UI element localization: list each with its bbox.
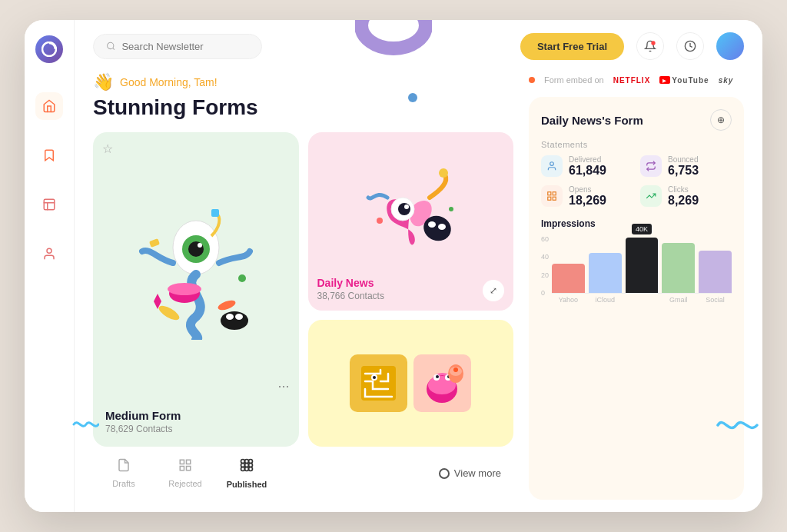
- partners-row: Form embed on NETFLIX ▶YouTube sky: [529, 72, 744, 88]
- card-daily-title: Daily News: [317, 277, 505, 289]
- x-label-gmail: Gmail: [662, 296, 695, 304]
- search-icon: [106, 41, 115, 52]
- delivered-label: Delivered: [569, 155, 606, 164]
- sidebar-item-home[interactable]: [35, 92, 63, 120]
- delivered-value: 61,849: [569, 164, 606, 178]
- netflix-logo: NETFLIX: [613, 76, 651, 85]
- svg-point-32: [377, 218, 383, 224]
- sky-logo: sky: [719, 76, 734, 85]
- svg-point-8: [651, 41, 655, 45]
- svg-point-13: [198, 243, 202, 248]
- opens-label: Opens: [569, 185, 606, 194]
- stats-grid: Delivered 61,849: [541, 155, 732, 208]
- stats-section-label: Statements: [541, 140, 732, 149]
- card-daily-news[interactable]: Daily News 38,766 Contacts ⤢: [308, 132, 514, 311]
- clicks-label: Clicks: [668, 185, 699, 194]
- food-art: [413, 354, 471, 412]
- expand-icon[interactable]: ⤢: [483, 280, 504, 301]
- sidebar: [25, 20, 75, 512]
- svg-rect-16: [149, 238, 160, 248]
- view-more-label: View more: [454, 467, 501, 479]
- svg-point-27: [404, 204, 409, 209]
- app-logo[interactable]: [35, 35, 63, 63]
- svg-rect-34: [361, 366, 396, 401]
- sidebar-item-forms[interactable]: [35, 191, 63, 218]
- stat-delivered: Delivered 61,849: [541, 155, 633, 178]
- card-medium-form[interactable]: ☆: [93, 132, 299, 447]
- sidebar-item-profile[interactable]: [35, 240, 63, 268]
- card-daily-contacts: 38,766 Contacts: [317, 291, 505, 301]
- user-avatar[interactable]: [716, 32, 744, 60]
- view-more-button[interactable]: View more: [439, 467, 501, 479]
- published-label: Published: [227, 480, 267, 489]
- sidebar-item-bookmark[interactable]: [35, 141, 63, 169]
- stat-bounced: Bounced 6,753: [640, 155, 732, 178]
- svg-point-58: [245, 467, 249, 471]
- card-small[interactable]: [308, 320, 514, 447]
- svg-rect-20: [211, 209, 219, 217]
- x-label-icloud: iCloud: [589, 296, 622, 304]
- view-more-dot-icon: [439, 468, 450, 479]
- tab-drafts[interactable]: Drafts: [93, 455, 154, 491]
- card-options-icon[interactable]: ···: [277, 378, 289, 394]
- svg-point-33: [449, 207, 453, 211]
- drafts-label: Drafts: [112, 479, 134, 488]
- delivered-icon: [541, 155, 563, 177]
- greeting-emoji: 👋: [93, 72, 114, 92]
- daily-news-illustration: [360, 167, 460, 251]
- greeting-text: Good Morning, Tam!: [120, 76, 218, 88]
- search-bar[interactable]: [93, 34, 262, 59]
- right-panel: Form embed on NETFLIX ▶YouTube sky Daily…: [529, 72, 744, 500]
- youtube-logo: ▶YouTube: [659, 76, 709, 85]
- cards-grid: ☆: [93, 132, 513, 447]
- svg-point-19: [217, 298, 237, 312]
- svg-point-30: [428, 221, 436, 228]
- maze-art: [350, 354, 407, 412]
- page-title: Stunning Forms: [93, 95, 513, 120]
- search-input[interactable]: [121, 41, 249, 52]
- svg-rect-61: [553, 192, 556, 195]
- clicks-value: 8,269: [668, 194, 699, 208]
- clock-icon[interactable]: [676, 32, 704, 60]
- x-label-yahoo: Yahoo: [552, 296, 585, 304]
- svg-rect-62: [548, 197, 551, 200]
- partner-label: Form embed on: [544, 75, 604, 85]
- svg-point-36: [373, 376, 376, 379]
- body-area: 👋 Good Morning, Tam! Stunning Forms ☆: [75, 72, 762, 512]
- svg-point-17: [238, 274, 246, 282]
- x-label-social: Social: [699, 296, 732, 304]
- svg-rect-49: [187, 467, 191, 470]
- stat-clicks: Clicks 8,269: [640, 185, 732, 208]
- left-panel: 👋 Good Morning, Tam! Stunning Forms ☆: [93, 72, 513, 500]
- card-large-title: Medium Form: [105, 409, 287, 422]
- chart-area: 60 40 20 0: [541, 235, 732, 304]
- opens-icon: [541, 185, 563, 207]
- stats-header: Daily News's Form ⊕: [541, 109, 732, 131]
- svg-point-57: [245, 460, 249, 464]
- clicks-icon: [640, 185, 662, 207]
- stats-options-icon[interactable]: ⊕: [710, 109, 732, 131]
- svg-rect-2: [44, 199, 55, 210]
- notification-icon[interactable]: [636, 32, 664, 60]
- svg-rect-46: [180, 460, 184, 464]
- drafts-icon: [117, 458, 131, 476]
- svg-point-22: [226, 314, 234, 320]
- stats-card: Daily News's Form ⊕ Statements: [529, 97, 744, 500]
- start-trial-button[interactable]: Start Free Trial: [520, 33, 624, 60]
- card-art-large: [93, 132, 299, 401]
- tab-rejected[interactable]: Rejected: [154, 455, 216, 491]
- stats-title: Daily News's Form: [541, 114, 643, 127]
- svg-rect-63: [553, 197, 556, 200]
- rejected-icon: [178, 458, 192, 476]
- svg-rect-47: [187, 460, 191, 464]
- svg-rect-60: [548, 192, 551, 195]
- bounced-value: 6,753: [668, 164, 699, 178]
- svg-point-28: [439, 168, 448, 178]
- svg-point-23: [235, 314, 243, 320]
- main-content: Start Free Trial 👋: [75, 20, 762, 512]
- x-label-empty: [626, 296, 659, 304]
- tab-published[interactable]: Published: [216, 454, 277, 492]
- svg-point-5: [47, 248, 51, 253]
- svg-point-31: [438, 224, 446, 230]
- svg-point-6: [108, 42, 114, 48]
